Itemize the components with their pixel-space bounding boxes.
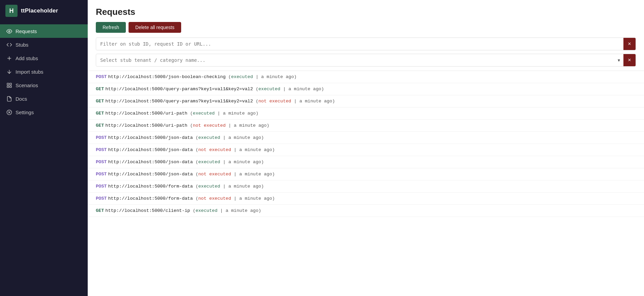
request-time: | a minute ago [226, 123, 267, 128]
main-content: Requests Refresh Delete all requests × ▾… [88, 0, 644, 296]
request-status: executed [198, 159, 220, 165]
request-item[interactable]: GEThttp://localhost:5000/uri-path (not e… [88, 120, 644, 132]
svg-rect-6 [9, 85, 11, 87]
request-method: POST [96, 159, 107, 165]
sidebar-item-import-stubs[interactable]: Import stubs [0, 65, 88, 78]
request-time: | a minute ago [215, 111, 256, 116]
request-url: http://localhost:5000/client-ip [105, 208, 190, 213]
sidebar-item-settings[interactable]: Settings [0, 105, 88, 119]
request-status-close: ) [272, 147, 275, 152]
request-method: POST [96, 135, 107, 140]
request-status-close: ) [261, 135, 264, 140]
request-method: GET [96, 99, 104, 104]
svg-point-0 [8, 30, 10, 32]
request-url: http://localhost:5000/uri-path [105, 123, 187, 128]
request-status-close: ) [332, 99, 335, 104]
request-status: not executed [198, 196, 231, 201]
request-item[interactable]: GEThttp://localhost:5000/query-params?ke… [88, 83, 644, 95]
eye-icon [6, 28, 12, 34]
request-item[interactable]: GEThttp://localhost:5000/client-ip (exec… [88, 205, 644, 217]
request-status-close: ) [261, 159, 264, 165]
request-item[interactable]: POSThttp://localhost:5000/form-data (exe… [88, 180, 644, 193]
request-time: | a minute ago [280, 87, 321, 92]
request-url: http://localhost:5000/json-data [108, 135, 193, 140]
sidebar-item-add-stubs[interactable]: Add stubs [0, 51, 88, 65]
request-item[interactable]: POSThttp://localhost:5000/form-data (not… [88, 193, 644, 205]
request-status-close: ) [256, 111, 258, 116]
request-status: not executed [198, 172, 231, 177]
request-status: not executed [198, 147, 231, 152]
sidebar-item-import-stubs-label: Import stubs [16, 69, 44, 75]
import-icon [6, 69, 12, 75]
filter-clear-button[interactable]: × [623, 38, 636, 50]
request-status-close: ) [321, 87, 324, 92]
filter-input[interactable] [96, 38, 623, 50]
request-item[interactable]: GEThttp://localhost:5000/query-params?ke… [88, 95, 644, 107]
request-item[interactable]: GEThttp://localhost:5000/uri-path (execu… [88, 107, 644, 120]
request-time: | a minute ago [220, 135, 261, 140]
main-header: Requests Refresh Delete all requests × ▾… [88, 0, 644, 71]
app-title: ttPlaceholder [21, 7, 58, 14]
request-status-open: ( [193, 147, 198, 152]
app-logo: H [5, 5, 18, 17]
sidebar-item-add-stubs-label: Add stubs [16, 55, 38, 61]
svg-rect-5 [9, 83, 11, 85]
delete-all-requests-button[interactable]: Delete all requests [129, 22, 181, 33]
request-status-open: ( [253, 87, 258, 92]
request-status-open: ( [226, 74, 231, 79]
docs-icon [6, 96, 12, 102]
request-time: | a minute ago [291, 99, 332, 104]
request-method: GET [96, 111, 104, 116]
tenant-select-clear-button[interactable]: × [623, 54, 636, 66]
request-time: | a minute ago [253, 74, 294, 79]
request-method: POST [96, 172, 107, 177]
request-method: POST [96, 184, 107, 189]
tenant-select-input[interactable] [96, 54, 614, 66]
svg-rect-7 [7, 85, 9, 87]
sidebar-header: H ttPlaceholder [0, 0, 88, 22]
request-list: POSThttp://localhost:5000/json-boolean-c… [88, 71, 644, 296]
svg-rect-4 [7, 83, 9, 85]
request-url: http://localhost:5000/json-boolean-check… [108, 74, 225, 79]
request-item[interactable]: POSThttp://localhost:5000/json-data (not… [88, 168, 644, 180]
sidebar-item-docs[interactable]: Docs [0, 92, 88, 105]
request-time: | a minute ago [231, 196, 272, 201]
request-status: executed [193, 111, 215, 116]
request-status: executed [198, 135, 220, 140]
request-item[interactable]: POSThttp://localhost:5000/json-data (exe… [88, 156, 644, 168]
chevron-down-icon: ▾ [614, 57, 623, 63]
tenant-select-row: ▾ × [96, 54, 636, 67]
request-status-close: ) [258, 208, 261, 213]
request-item[interactable]: POSThttp://localhost:5000/json-boolean-c… [88, 71, 644, 83]
request-status-close: ) [294, 74, 297, 79]
sidebar-item-scenarios-label: Scenarios [16, 82, 38, 88]
sidebar-item-requests[interactable]: Requests [0, 24, 88, 38]
refresh-button[interactable]: Refresh [96, 22, 126, 33]
request-status-open: ( [253, 99, 258, 104]
request-status: executed [198, 184, 220, 189]
request-status-close: ) [272, 172, 275, 177]
request-status-open: ( [193, 172, 198, 177]
code-icon [6, 42, 12, 48]
toolbar: Refresh Delete all requests [96, 22, 636, 33]
sidebar-item-docs-label: Docs [16, 96, 27, 102]
filter-row: × [96, 38, 636, 50]
sidebar-item-stubs[interactable]: Stubs [0, 38, 88, 51]
request-url: http://localhost:5000/query-params?key1=… [105, 99, 253, 104]
request-status-open: ( [193, 135, 198, 140]
request-item[interactable]: POSThttp://localhost:5000/json-data (exe… [88, 132, 644, 144]
request-status-open: ( [187, 111, 193, 116]
request-status-open: ( [190, 208, 195, 213]
request-status: not executed [193, 123, 226, 128]
request-status-close: ) [267, 123, 269, 128]
request-item[interactable]: POSThttp://localhost:5000/json-data (not… [88, 144, 644, 156]
request-url: http://localhost:5000/form-data [108, 184, 193, 189]
request-time: | a minute ago [217, 208, 258, 213]
scenarios-icon [6, 82, 12, 88]
request-status: executed [231, 74, 253, 79]
sidebar-item-scenarios[interactable]: Scenarios [0, 78, 88, 92]
request-url: http://localhost:5000/query-params?key1=… [105, 87, 253, 92]
request-status-open: ( [187, 123, 193, 128]
plus-icon [6, 55, 12, 61]
request-method: POST [96, 74, 107, 79]
